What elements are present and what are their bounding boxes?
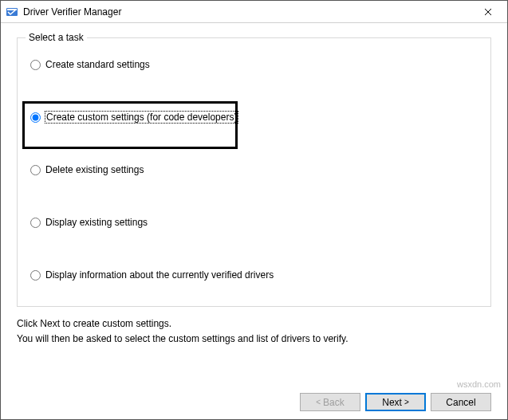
chevron-right-icon: > (404, 398, 409, 406)
instructions-line2: You will then be asked to select the cus… (17, 332, 491, 347)
radio-display-info[interactable]: Display information about the currently … (26, 268, 478, 282)
task-groupbox: Select a task Create standard settings C… (17, 37, 491, 307)
instructions: Click Next to create custom settings. Yo… (17, 316, 491, 347)
instructions-line1: Click Next to create custom settings. (17, 316, 491, 332)
radio-input-display-existing[interactable] (30, 218, 41, 228)
chevron-left-icon: < (316, 398, 321, 406)
window-title: Driver Verifier Manager (23, 6, 471, 18)
radio-label: Display information about the currently … (45, 269, 274, 281)
button-bar: < Back Next > Cancel (1, 393, 507, 411)
back-button: < Back (300, 393, 360, 411)
close-button[interactable] (471, 2, 506, 22)
radio-input-create-standard[interactable] (30, 60, 41, 70)
radio-input-create-custom[interactable] (30, 112, 41, 123)
cancel-label: Cancel (446, 397, 475, 408)
radio-input-display-info[interactable] (30, 270, 41, 281)
radio-create-custom[interactable]: Create custom settings (for code develop… (26, 110, 478, 124)
titlebar: Driver Verifier Manager (1, 1, 507, 23)
close-icon (484, 6, 492, 18)
radio-input-delete-existing[interactable] (30, 165, 41, 175)
radio-create-standard[interactable]: Create standard settings (26, 57, 478, 72)
radio-label: Create custom settings (for code develop… (45, 112, 238, 123)
content-area: Select a task Create standard settings C… (1, 23, 507, 347)
next-label: Next (382, 397, 402, 408)
radio-label: Display existing settings (45, 217, 148, 228)
radio-label: Delete existing settings (45, 164, 144, 175)
cancel-button[interactable]: Cancel (431, 393, 491, 411)
radio-display-existing[interactable]: Display existing settings (26, 215, 478, 230)
next-button[interactable]: Next > (365, 393, 426, 411)
back-label: Back (323, 397, 345, 408)
app-icon (6, 6, 18, 18)
radio-delete-existing[interactable]: Delete existing settings (26, 163, 478, 177)
group-legend: Select a task (26, 32, 87, 43)
watermark: wsxdn.com (457, 379, 501, 389)
radio-label: Create standard settings (45, 59, 150, 70)
